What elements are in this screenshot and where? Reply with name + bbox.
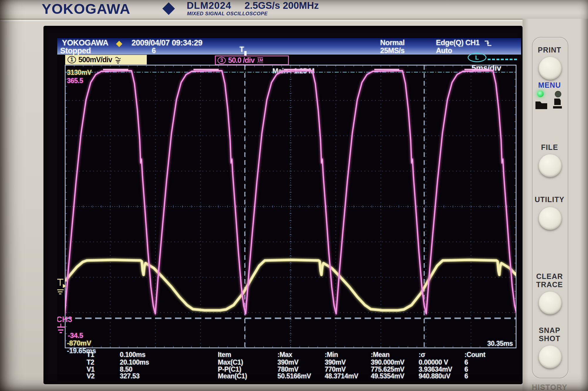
acquisition-count: 6 — [152, 46, 156, 55]
subtitle-label: MIXED SIGNAL OSCILLOSCOPE — [187, 11, 268, 17]
lcd-display: YOKOGAWA ◆ 2009/04/07 09:34:29 Stopped 6… — [57, 38, 521, 381]
file-label: FILE — [523, 143, 577, 152]
model-label: DLM2024 — [187, 0, 231, 11]
cursor-readout-table: T10.100msT220.100msV18.50V2327.53 — [87, 350, 210, 381]
ch3-scale-badge: 3 50.0 /div 1M — [215, 55, 289, 65]
trigger-mode-label: Auto — [436, 46, 452, 55]
ch1-number-icon: 1 — [68, 56, 76, 63]
ch1-scale-badge: 1 500mV/div — [65, 55, 147, 65]
utility-label: UTILITY — [523, 195, 577, 204]
clear-trace-button[interactable] — [539, 292, 562, 314]
brand-diamond-icon: ◆ — [162, 0, 175, 17]
specs-label: 2.5GS/s 200MHz — [245, 0, 319, 11]
ch1-scale-label: 500mV/div — [78, 55, 112, 64]
printer-icon[interactable] — [551, 97, 564, 110]
trigger-position-marker: T — [240, 45, 244, 54]
ch3-number-icon: 3 — [218, 57, 226, 64]
ch1-coupling-icon — [114, 56, 122, 64]
ch3-impedance-icon: 1M — [257, 57, 263, 63]
folder-icon[interactable] — [534, 99, 548, 110]
menu-led-green-icon — [537, 91, 544, 97]
waveform-plot: CH3 — [65, 65, 516, 348]
screen-brand-diamond-icon: ◆ — [116, 38, 122, 48]
utility-button[interactable] — [539, 207, 562, 230]
falling-edge-icon — [483, 39, 492, 47]
file-button[interactable] — [539, 154, 562, 177]
print-button[interactable] — [539, 57, 562, 80]
brand-logo: YOKOGAWA — [42, 1, 130, 17]
menu-led-off-icon — [555, 91, 561, 97]
zoom-window-marker-icon: L — [468, 53, 486, 62]
control-panel: PRINT MENU FILE UTILITY CLEAR TRACE SNAP… — [523, 19, 588, 391]
ch3-zero-label: CH3 — [57, 315, 72, 324]
zoom-window-dashes-icon — [488, 59, 517, 60]
acquisition-status: Stopped — [60, 46, 91, 55]
oscilloscope-front: YOKOGAWA ◆ DLM2024 2.5GS/s 200MHz MIXED … — [0, 0, 588, 391]
measurement-table: Item:Max:Min:Mean:σ:CountMax(C1)390mV390… — [218, 350, 520, 381]
print-label: PRINT — [523, 46, 577, 54]
status-bar: YOKOGAWA ◆ 2009/04/07 09:34:29 Stopped 6… — [57, 38, 521, 55]
snap-shot-label-2: SHOT — [523, 334, 577, 343]
acq-mode-label: Normal — [380, 38, 405, 47]
trigger-source-label: Edge(Q) CH1 — [436, 38, 480, 47]
datetime-label: 2009/04/07 09:34:29 — [132, 38, 202, 48]
brand-strip: YOKOGAWA ◆ DLM2024 2.5GS/s 200MHz MIXED … — [0, 0, 588, 20]
ch3-scale-label: 50.0 /div — [228, 56, 255, 65]
sample-rate-label: 25MS/s — [380, 46, 405, 55]
snap-shot-button[interactable] — [539, 346, 562, 368]
clear-trace-label-1: CLEAR — [523, 272, 577, 281]
clear-trace-label-2: TRACE — [523, 280, 577, 289]
history-label: HISTORY — [523, 383, 577, 391]
menu-label: MENU — [523, 81, 577, 89]
snap-shot-label-1: SNAP — [523, 326, 577, 335]
